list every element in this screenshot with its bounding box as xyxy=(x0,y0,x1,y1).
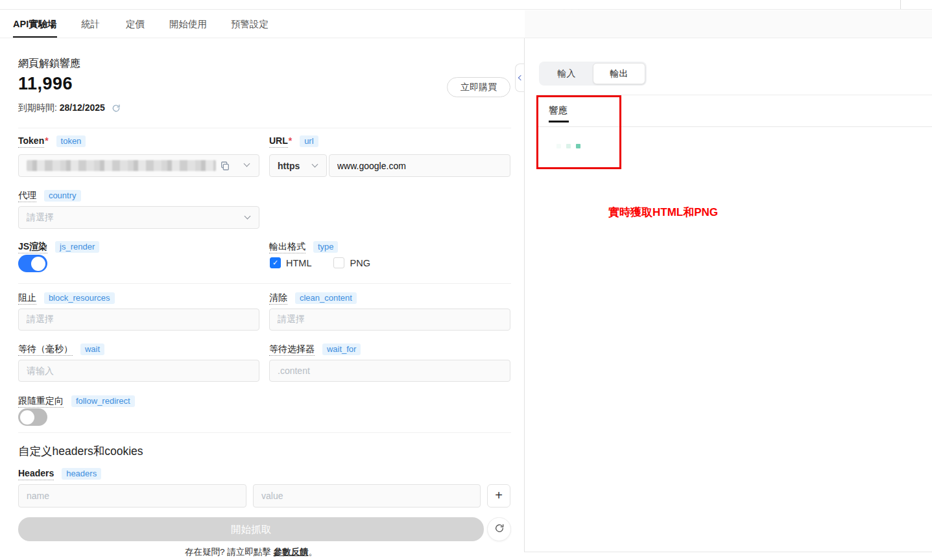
headers-param-badge: headers xyxy=(62,468,101,480)
headers-label: Headers headers xyxy=(18,468,101,480)
wait-param-badge: wait xyxy=(80,344,104,355)
check-icon: ✓ xyxy=(272,259,278,267)
tab-stats[interactable]: 統計 xyxy=(81,10,100,38)
js-render-toggle[interactable] xyxy=(18,255,47,272)
refresh-icon[interactable] xyxy=(112,104,121,115)
loading-dot xyxy=(566,144,571,148)
block-param-badge: block_resources xyxy=(44,292,115,304)
follow-redirect-label: 跟隨重定向 follow_redirect xyxy=(18,395,135,407)
wait-for-input[interactable] xyxy=(269,360,510,382)
clean-select[interactable]: 請選擇 xyxy=(269,309,510,331)
token-input[interactable] xyxy=(18,154,259,177)
expiry-label: 到期時間: xyxy=(18,102,57,113)
page-title: 網頁解鎖響應 xyxy=(18,57,80,71)
clean-param-badge: clean_content xyxy=(295,292,357,304)
header-value-input[interactable] xyxy=(253,484,481,508)
section-divider xyxy=(18,432,511,433)
buy-now-button[interactable]: 立即購買 xyxy=(447,77,510,97)
loading-dot xyxy=(556,144,561,148)
expiry-date: 28/12/2025 xyxy=(60,102,105,113)
clean-label: 清除 clean_content xyxy=(269,292,357,304)
js-render-param-badge: js_render xyxy=(55,241,99,253)
segment-input[interactable]: 輸入 xyxy=(540,63,593,84)
credits-count: 11,996 xyxy=(18,74,73,94)
wait-label: 等待（毫秒） wait xyxy=(18,344,104,355)
collapse-left-icon xyxy=(518,75,523,80)
section-divider xyxy=(18,128,511,128)
png-checkbox-label: PNG xyxy=(350,258,370,268)
section-divider xyxy=(18,283,511,284)
io-segmented-control: 輸入 輸出 xyxy=(539,62,647,86)
wait-for-param-badge: wait_for xyxy=(322,344,361,355)
tab-api-playground[interactable]: API實驗場 xyxy=(13,10,57,38)
block-label: 阻止 block_resources xyxy=(18,292,115,304)
follow-redirect-param-badge: follow_redirect xyxy=(71,395,135,407)
token-value-redacted xyxy=(27,160,216,171)
html-checkbox[interactable]: ✓ xyxy=(270,257,281,268)
url-scheme-select[interactable]: https xyxy=(269,154,327,177)
url-label: URL* url xyxy=(269,135,318,147)
url-param-badge: url xyxy=(300,135,318,147)
tabbar-right-fill xyxy=(525,10,932,38)
output-format-options: ✓ HTML PNG xyxy=(270,257,370,268)
token-label: Token* token xyxy=(18,135,86,147)
output-format-label: 輸出格式 type xyxy=(269,241,338,253)
proxy-label: 代理 country xyxy=(18,190,81,202)
expiry-row: 到期時間: 28/12/2025 xyxy=(18,102,121,115)
feedback-link[interactable]: 參數反饋 xyxy=(274,547,309,557)
realtime-hint-text: 實時獲取HTML和PNG xyxy=(608,205,718,220)
chevron-down-icon xyxy=(245,213,251,219)
chevron-down-icon xyxy=(312,161,318,167)
copy-icon[interactable] xyxy=(220,161,230,173)
js-render-label: JS渲染 js_render xyxy=(18,241,99,253)
toggle-knob xyxy=(20,410,34,425)
custom-headers-heading: 自定义headers和cookies xyxy=(18,443,143,459)
wait-input[interactable] xyxy=(18,360,259,382)
feedback-note: 存在疑問? 請立即點擊 參數反饋。 xyxy=(18,546,484,558)
tab-getting-started[interactable]: 開始使用 xyxy=(169,10,207,38)
html-checkbox-label: HTML xyxy=(286,258,311,268)
block-select[interactable]: 請選擇 xyxy=(18,309,259,331)
tab-response[interactable]: 響應 xyxy=(549,95,568,127)
header-name-input[interactable] xyxy=(18,484,246,508)
add-header-button[interactable]: + xyxy=(487,484,510,508)
result-panel: 輸入 輸出 響應 實時獲取HTML和PNG xyxy=(524,38,932,552)
loading-dot xyxy=(576,144,580,148)
proxy-param-badge: country xyxy=(44,190,81,202)
top-strip-divider xyxy=(900,0,901,9)
tab-alert-settings[interactable]: 預警設定 xyxy=(231,10,269,38)
chevron-down-icon[interactable] xyxy=(244,161,250,167)
segment-output[interactable]: 輸出 xyxy=(593,63,645,84)
loading-dots xyxy=(556,144,580,148)
output-tabbar: 響應 xyxy=(538,95,932,127)
tab-pricing[interactable]: 定價 xyxy=(126,10,145,38)
start-scrape-button[interactable]: 開始抓取 xyxy=(18,517,484,541)
reset-button[interactable] xyxy=(487,517,511,541)
request-panel: 網頁解鎖響應 11,996 到期時間: 28/12/2025 立即購買 Toke… xyxy=(0,38,524,560)
main-tabbar: API實驗場 統計 定價 開始使用 預警設定 xyxy=(0,10,932,38)
proxy-select[interactable]: 請選擇 xyxy=(18,206,259,229)
refresh-icon xyxy=(494,523,505,536)
top-strip xyxy=(0,0,932,10)
follow-redirect-toggle[interactable] xyxy=(18,408,47,426)
plus-icon: + xyxy=(495,488,503,502)
png-checkbox[interactable] xyxy=(333,257,344,268)
toggle-knob xyxy=(31,257,45,271)
collapse-panel-button[interactable] xyxy=(515,64,525,92)
wait-for-label: 等待选择器 wait_for xyxy=(269,344,361,355)
output-format-param-badge: type xyxy=(313,241,339,253)
token-param-badge: token xyxy=(56,135,86,147)
url-input[interactable] xyxy=(329,154,510,177)
